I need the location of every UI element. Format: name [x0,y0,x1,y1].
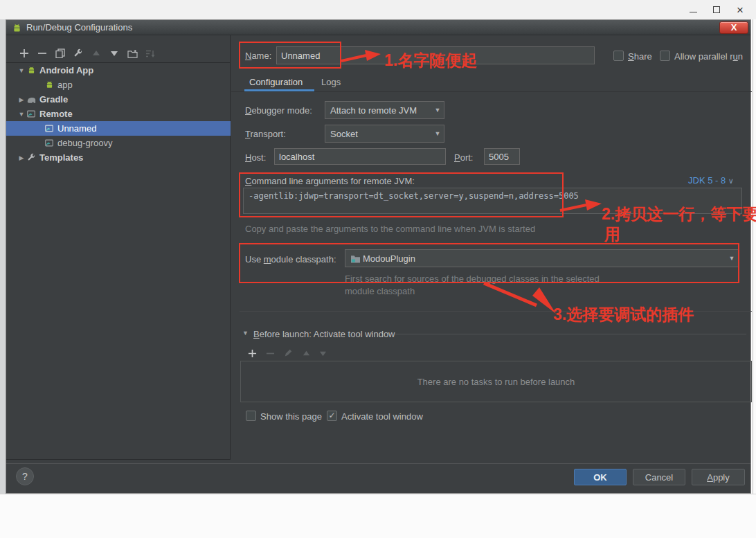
chevron-down-icon: ▼ [726,255,738,262]
chevron-down-icon: ▼ [431,107,444,114]
remove-task-button[interactable] [262,346,278,360]
chevron-right-icon[interactable]: ▶ [17,96,26,103]
classpath-helper-line2: module classpath [345,286,415,296]
before-launch-label: Before launch: Activate tool window [253,329,395,339]
allow-parallel-run-label: Allow parallel run [674,51,743,62]
sort-configurations-button[interactable] [143,46,158,60]
share-checkbox[interactable]: ✓ [613,51,624,61]
cancel-button[interactable]: Cancel [633,469,685,485]
jdk-version-link[interactable]: JDK 5 - 8 ∨ [688,175,734,186]
help-button[interactable]: ? [16,467,34,485]
wrench-icon [26,153,37,163]
ok-button[interactable]: OK [574,469,627,485]
before-launch-divider [395,334,746,334]
tree-item-unnamed-selected[interactable]: Unnamed [6,121,231,136]
chevron-down-icon[interactable]: ▼ [17,111,26,118]
close-button[interactable]: × [728,0,752,19]
share-label: Share [628,51,652,62]
scrollbar[interactable] [751,19,756,494]
tree-item-label: debug-groovy [57,138,113,148]
buttons-divider [6,463,750,464]
tree-item-label: Unnamed [57,123,96,134]
module-classpath-select[interactable]: ModouPlugin▼ [345,249,739,267]
dialog-title: Run/Debug Configurations [26,22,132,33]
show-this-page-checkbox[interactable]: ✓ [246,411,256,421]
minimize-button[interactable] [681,0,705,19]
gradle-icon [26,95,37,105]
annotation-text-2-line2: 用 [604,224,620,245]
tree-item-label: Gradle [39,94,68,105]
cmdline-label: Command line arguments for remote JVM: [245,176,415,186]
copy-configuration-button[interactable] [53,46,68,60]
add-task-button[interactable] [244,346,260,360]
move-task-up-button[interactable] [298,346,314,360]
debugger-mode-label: Debugger mode: [245,105,312,116]
tree-item-gradle[interactable]: ▶ Gradle [6,92,231,107]
before-launch-tasks-panel: There are no tasks to run before launch [240,361,752,402]
question-mark-icon: ? [22,471,28,482]
close-icon: X [731,22,737,33]
chevron-down-icon[interactable]: ▼ [17,67,26,74]
edit-defaults-wrench-icon[interactable] [71,46,86,60]
name-input[interactable] [276,46,595,64]
add-configuration-button[interactable] [17,46,32,60]
port-input[interactable] [484,148,520,165]
dialog-close-button[interactable]: X [719,21,748,34]
host-label: Host: [245,152,266,163]
tree-item-debug-groovy[interactable]: debug-groovy [6,136,231,150]
apply-button[interactable]: Apply [692,469,745,485]
classpath-helper-line1: First search for sources of the debugged… [345,274,600,284]
window-left-edge [0,19,6,494]
move-up-button[interactable] [89,46,104,60]
transport-select[interactable]: Socket▼ [325,125,444,143]
annotation-arrow-3 [481,280,559,318]
tabs-divider [231,91,752,92]
tree-item-templates[interactable]: ▶ Templates [6,150,231,165]
chevron-down-icon[interactable]: ▼ [242,330,249,337]
section-divider [240,311,752,312]
cmdline-helper-text: Copy and paste the arguments to the comm… [245,224,535,234]
tree-item-label: Remote [39,109,73,119]
tree-item-label: app [57,80,73,90]
annotation-text-3: 3.选择要调试的插件 [553,304,694,325]
no-tasks-text: There are no tasks to run before launch [241,377,751,387]
debugger-mode-select[interactable]: Attach to remote JVM▼ [325,101,444,119]
android-icon [44,80,55,90]
activate-tool-window-label: Activate tool window [341,411,423,422]
name-label: Name: [245,51,271,61]
android-studio-icon [12,23,22,36]
os-window-controls: × [681,0,752,19]
cmdline-textarea[interactable]: -agentlib:jdwp=transport=dt_socket,serve… [243,188,742,214]
remote-icon [44,124,55,134]
os-titlebar[interactable]: × [0,0,756,19]
new-folder-button[interactable] [125,46,140,60]
tree-item-label: Android App [39,65,93,75]
allow-parallel-run-checkbox[interactable]: ✓ [660,51,670,61]
run-debug-configurations-dialog: Run/Debug Configurations X ▼ Android App… [6,19,751,494]
screen: × Run/Debug Configurations X ▼ Andr [0,0,756,538]
edit-task-pencil-icon[interactable] [280,346,296,360]
tab-configuration[interactable]: Configuration [249,77,303,87]
remote-icon [44,138,55,148]
module-icon [350,254,363,263]
remote-icon [26,109,37,119]
use-module-classpath-label: Use module classpath: [245,254,336,264]
tree-item-label: Templates [39,152,83,163]
maximize-button[interactable] [705,0,728,19]
move-task-down-button[interactable] [315,346,330,360]
scrollbar-thumb[interactable] [753,19,753,494]
activate-tool-window-checkbox[interactable]: ✓ [327,411,337,421]
port-label: Port: [454,152,473,163]
transport-label: Transport: [245,129,286,139]
move-down-button[interactable] [107,46,122,60]
host-input[interactable] [274,148,446,165]
dialog-titlebar[interactable]: Run/Debug Configurations X [6,20,750,35]
chevron-right-icon[interactable]: ▶ [17,154,26,161]
tree-item-android-app[interactable]: ▼ Android App [6,63,231,78]
maximize-icon [713,6,720,13]
tab-logs[interactable]: Logs [321,77,341,87]
close-icon: × [737,4,744,16]
tree-item-remote[interactable]: ▼ Remote [6,107,231,121]
tree-item-app[interactable]: app [6,78,231,92]
remove-configuration-button[interactable] [35,46,50,60]
